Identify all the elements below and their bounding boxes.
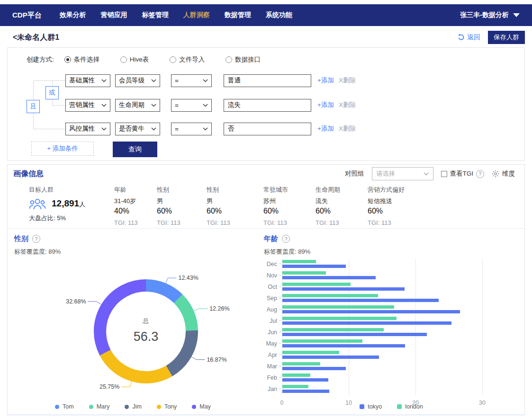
create-mode-radio-3[interactable]: 数据接口 [225, 55, 261, 64]
bar-london-Feb[interactable] [282, 374, 310, 377]
create-mode-radios: 条件选择Hive表文件导入数据接口 [64, 55, 282, 64]
view-tgi-control[interactable]: 查看TGI ? [441, 169, 485, 178]
donut-slice-Tony[interactable] [105, 353, 169, 377]
legend-item-Mary[interactable]: Mary [89, 403, 110, 410]
nav-item-2[interactable]: 标签管理 [142, 11, 169, 19]
dimension-label: 维度 [502, 169, 515, 178]
radio-icon [170, 56, 176, 63]
nav-item-4[interactable]: 数据管理 [225, 11, 251, 19]
add-condition-button[interactable]: + 添加条件 [31, 142, 94, 156]
logic-and-box[interactable]: 且 [27, 100, 40, 113]
delete-link[interactable]: X删除 [339, 125, 356, 133]
add-link[interactable]: +添加 [317, 101, 334, 109]
profile-panel: 画像信息 对照组 请选择 查看TGI ? [7, 164, 525, 415]
create-mode-radio-2[interactable]: 文件导入 [170, 55, 205, 64]
donut-slice-Jim[interactable] [169, 330, 192, 371]
legend-dot [192, 405, 196, 409]
month-label-Sep: Sep [258, 295, 277, 302]
age-bar-chart[interactable]: DecNovOctSepAugJulJunMayAprMarFebJan [258, 258, 525, 395]
category-select[interactable]: 风控属性 [65, 123, 110, 135]
legend-item-Tom[interactable]: Tom [55, 403, 74, 410]
gender-help-icon[interactable]: ? [32, 235, 40, 243]
bar-tokyo-Mar[interactable] [282, 367, 346, 370]
donut-slice-Tom[interactable] [146, 285, 178, 299]
logic-or-box[interactable]: 或 [45, 86, 59, 99]
bar-london-Jan[interactable] [282, 385, 308, 388]
nav-item-0[interactable]: 效果分析 [60, 11, 86, 19]
bar-tokyo-Feb[interactable] [282, 378, 328, 382]
bar-london-Aug[interactable] [282, 305, 394, 309]
stat-column-5: 营销方式偏好短信推送60%TGI: 113 [368, 183, 443, 228]
bar-london-Sep[interactable] [282, 294, 378, 297]
legend-item-Jim[interactable]: Jim [125, 403, 141, 410]
nav-item-3[interactable]: 人群洞察 [183, 11, 210, 19]
bar-tokyo-Sep[interactable] [282, 299, 439, 302]
category-select[interactable]: 营销属性 [65, 99, 110, 112]
bar-tokyo-Aug[interactable] [282, 310, 460, 313]
stat-value: 31-40岁 [114, 197, 157, 205]
age-help-icon[interactable]: ? [282, 235, 290, 243]
category-select[interactable]: 基础属性 [65, 74, 110, 87]
add-link[interactable]: +添加 [317, 76, 334, 85]
gender-chart-title[interactable]: 性别 [14, 234, 28, 243]
bar-london-Mar[interactable] [282, 362, 320, 365]
dimension-control[interactable]: 维度 [492, 169, 515, 178]
bar-tokyo-Nov[interactable] [282, 276, 376, 279]
operator-select[interactable]: = [171, 123, 212, 135]
bar-tokyo-Jun[interactable] [282, 333, 427, 336]
value-input[interactable] [224, 99, 311, 112]
axis-tick [279, 275, 281, 276]
bar-tokyo-Oct[interactable] [282, 287, 405, 291]
bar-tokyo-Jan[interactable] [282, 390, 329, 393]
legend-dot [125, 405, 129, 409]
nav-item-5[interactable]: 系统功能 [266, 11, 292, 19]
nav-item-1[interactable]: 营销应用 [101, 11, 127, 19]
age-chart-title[interactable]: 年龄 [264, 234, 278, 243]
field-select[interactable]: 会员等级 [115, 74, 160, 87]
bar-tokyo-Dec[interactable] [282, 265, 346, 268]
back-button[interactable]: 返回 [458, 33, 480, 42]
value-input[interactable] [224, 74, 311, 87]
field-select[interactable]: 是否黄牛 [115, 123, 160, 135]
user-menu[interactable]: 张三丰-数据分析 [460, 11, 520, 19]
save-audience-button[interactable]: 保存人群 [488, 31, 525, 44]
compare-group-label: 对照组 [345, 169, 364, 178]
legend-item-Tony[interactable]: Tony [157, 403, 177, 410]
query-button[interactable]: 查询 [113, 142, 157, 157]
add-link[interactable]: +添加 [317, 125, 334, 133]
bar-london-Nov[interactable] [282, 271, 326, 275]
field-select[interactable]: 生命周期 [115, 99, 160, 112]
month-label-Aug: Aug [258, 306, 277, 313]
donut-slice-Mary[interactable] [178, 299, 192, 330]
bar-london-Dec[interactable] [282, 260, 316, 263]
view-tgi-checkbox[interactable] [441, 171, 447, 177]
bar-tokyo-Jul[interactable] [282, 321, 451, 325]
legend-item-May[interactable]: May [192, 403, 211, 410]
compare-group-select[interactable]: 请选择 [372, 167, 433, 180]
delete-link[interactable]: X删除 [339, 76, 356, 85]
axis-tick [279, 286, 281, 287]
user-name: 张三丰-数据分析 [460, 11, 509, 19]
legend-label: May [199, 403, 211, 410]
delete-link[interactable]: X删除 [339, 101, 356, 109]
stat-percent: 60% [263, 207, 316, 215]
bar-london-May[interactable] [282, 339, 362, 343]
brand-logo[interactable]: CDP平台 [12, 11, 42, 20]
operator-select[interactable]: = [171, 99, 212, 112]
operator-select[interactable]: = [171, 74, 212, 87]
value-input[interactable] [224, 123, 311, 135]
bar-tokyo-May[interactable] [282, 344, 405, 347]
legend-dot [89, 405, 93, 409]
bar-london-Oct[interactable] [282, 283, 351, 286]
top-nav: CDP平台 效果分析营销应用标签管理人群洞察数据管理系统功能 张三丰-数据分析 [0, 4, 532, 26]
create-mode-radio-1[interactable]: Hive表 [120, 55, 149, 64]
legend-item-london[interactable]: london [397, 403, 423, 410]
bar-tokyo-Apr[interactable] [282, 356, 379, 359]
create-mode-radio-0[interactable]: 条件选择 [64, 55, 99, 64]
legend-item-tokyo[interactable]: tokyo [360, 403, 382, 410]
bar-london-Jul[interactable] [282, 317, 397, 320]
bar-london-Apr[interactable] [282, 351, 339, 354]
tgi-help-icon[interactable]: ? [476, 170, 484, 178]
gender-donut-chart[interactable]: 12.43%12.26%16.87%25.75%32.68%总56.3 [8, 255, 259, 401]
bar-london-Jun[interactable] [282, 328, 384, 331]
